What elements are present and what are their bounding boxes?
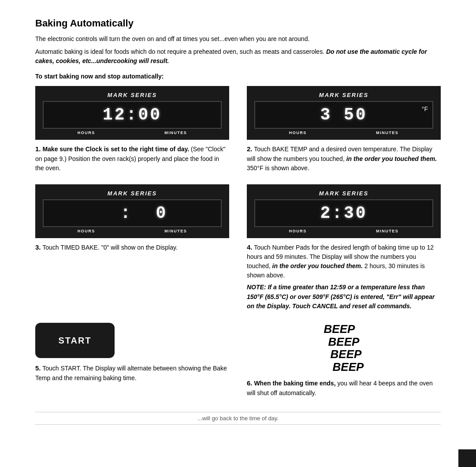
- step-3-block: MARK SERIES : 0 HOURS MINUTES 3. Touch T…: [35, 184, 229, 312]
- display-digits-4: 2:30: [320, 204, 367, 223]
- panel-title-4: MARK SERIES: [254, 190, 433, 197]
- step-2-text: 2. Touch BAKE TEMP and a desired oven te…: [247, 144, 441, 173]
- display-panel-1: MARK SERIES 12:00 HOURS MINUTES: [35, 86, 229, 140]
- step-1-block: MARK SERIES 12:00 HOURS MINUTES 1. Make …: [35, 86, 229, 173]
- display-digits-2: 3 50: [320, 105, 367, 124]
- hours-label-1: HOURS: [78, 131, 95, 135]
- start-button-panel[interactable]: START: [35, 323, 115, 358]
- step-5-num: 5.: [35, 364, 41, 372]
- step-6-block: BEEP BEEP BEEP BEEP 6. When the baking t…: [247, 323, 441, 398]
- intro2-plain: Automatic baking is ideal for foods whic…: [35, 48, 324, 55]
- intro-paragraph-2: Automatic baking is ideal for foods whic…: [35, 47, 441, 66]
- hours-label-3: HOURS: [78, 229, 95, 233]
- page-corner: [458, 449, 476, 467]
- step-5-plain: Touch START. The Display will alternate …: [35, 365, 227, 381]
- step-4-text: 4. Touch Number Pads for the desired len…: [247, 243, 441, 280]
- panel-footer-4: HOURS MINUTES: [254, 227, 433, 233]
- step-3-num: 3.: [35, 243, 41, 251]
- display-screen-2: 3 50 °F: [254, 101, 433, 129]
- step-6-num: 6.: [247, 379, 253, 387]
- step-5-text: 5. Touch START. The Display will alterna…: [35, 363, 229, 383]
- display-panel-2: MARK SERIES 3 50 °F HOURS MINUTES: [247, 86, 441, 140]
- step-2-block: MARK SERIES 3 50 °F HOURS MINUTES 2. Tou…: [247, 86, 441, 173]
- step-4-num: 4.: [247, 243, 253, 251]
- step-4-bold: in the order you touched them.: [272, 262, 363, 269]
- display-screen-3: : 0: [43, 199, 222, 227]
- note-block: NOTE: If a time greater than 12:59 or a …: [247, 283, 441, 311]
- step-2-bold: in the order you touched them.: [346, 155, 437, 162]
- panel-title-3: MARK SERIES: [43, 190, 222, 197]
- panel-title-1: MARK SERIES: [43, 92, 222, 98]
- bottom-bar: ...will go back to the time of day.: [35, 412, 441, 425]
- panel-footer-2: HOURS MINUTES: [254, 129, 433, 135]
- hours-label-4: HOURS: [289, 229, 307, 233]
- panel-footer-3: HOURS MINUTES: [43, 227, 222, 233]
- step-1-bold: Make sure the Clock is set to the right …: [42, 146, 189, 153]
- panel-title-2: MARK SERIES: [254, 92, 433, 98]
- step-2-plain2: 350°F is shown above.: [247, 164, 309, 172]
- minutes-label-4: MINUTES: [376, 229, 398, 233]
- display-screen-1: 12:00: [43, 101, 222, 129]
- hours-label-2: HOURS: [289, 131, 307, 135]
- step-6-bold: When the baking time ends,: [254, 380, 335, 387]
- step-1-text: 1. Make sure the Clock is set to the rig…: [35, 144, 229, 173]
- step-3-text: 3. Touch TIMED BAKE. "0" will show on th…: [35, 243, 229, 253]
- step-2-num: 2.: [247, 145, 253, 153]
- display-superscript-2: °F: [422, 105, 428, 112]
- minutes-label-1: MINUTES: [164, 131, 187, 135]
- display-panel-3: MARK SERIES : 0 HOURS MINUTES: [35, 184, 229, 238]
- minutes-label-2: MINUTES: [376, 131, 398, 135]
- step-1-num: 1.: [35, 145, 41, 153]
- start-button-label[interactable]: START: [58, 336, 91, 346]
- beep-word-1: BEEP: [324, 323, 355, 336]
- display-panel-4: MARK SERIES 2:30 HOURS MINUTES: [247, 184, 441, 238]
- step-6-text: 6. When the baking time ends, you will h…: [247, 378, 441, 398]
- bottom-bar-text: ...will go back to the time of day.: [197, 415, 279, 422]
- page-title: Baking Automatically: [35, 18, 441, 29]
- step-5-block: START 5. Touch START. The Display will a…: [35, 323, 229, 398]
- minutes-label-3: MINUTES: [164, 229, 187, 233]
- beep-word-4: BEEP: [333, 361, 364, 374]
- intro-paragraph-1: The electronic controls will turn the ov…: [35, 34, 441, 44]
- subheading: To start baking now and stop automatical…: [35, 73, 441, 80]
- beep-word-3: BEEP: [331, 348, 362, 361]
- step-4-block: MARK SERIES 2:30 HOURS MINUTES 4. Touch …: [247, 184, 441, 312]
- beep-word-2: BEEP: [328, 336, 360, 348]
- display-digits-1: 12:00: [103, 105, 162, 124]
- display-screen-4: 2:30: [254, 199, 433, 227]
- step-3-plain: Touch TIMED BAKE. "0" will show on the D…: [42, 244, 178, 251]
- panel-footer-1: HOURS MINUTES: [43, 129, 222, 135]
- display-digits-3: : 0: [97, 204, 168, 223]
- note-label: NOTE: If a time greater than 12:59 or a …: [247, 284, 435, 310]
- beep-display: BEEP BEEP BEEP BEEP: [247, 323, 441, 373]
